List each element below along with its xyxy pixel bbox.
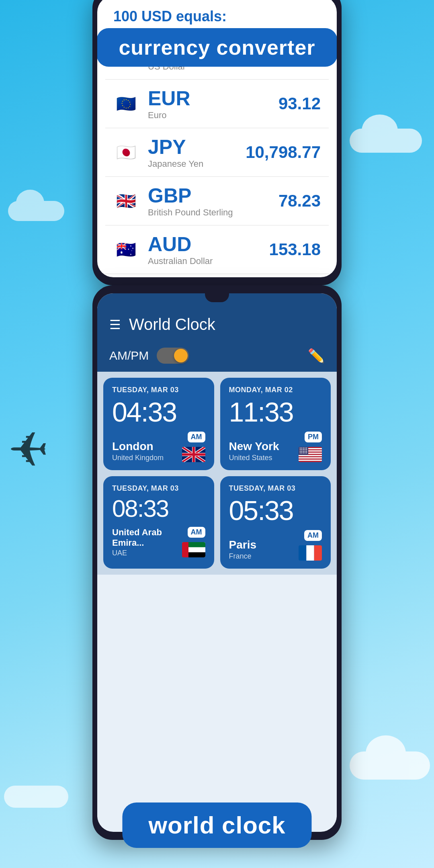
svg-point-25	[305, 449, 305, 450]
currency-row-jpy[interactable]: 🇯🇵 JPY Japanese Yen 10,798.77	[105, 128, 329, 177]
menu-icon[interactable]: ☰	[109, 317, 121, 332]
paris-bottom: Paris France AM	[229, 530, 322, 561]
uae-city: United Arab Emira...	[112, 527, 182, 548]
cloud-decoration	[350, 129, 422, 153]
phone-notch	[205, 293, 229, 302]
eur-info: EUR Euro	[148, 87, 278, 121]
svg-rect-13	[299, 455, 322, 456]
svg-point-20	[305, 448, 305, 448]
london-ampm: AM	[188, 432, 205, 442]
aud-value: 153.18	[269, 240, 321, 259]
ampm-label: AM/PM	[109, 349, 149, 362]
uae-country: UAE	[112, 549, 182, 557]
london-city-info: London United Kingdom	[112, 440, 164, 462]
clock-card-london[interactable]: TUESDAY, MAR 03 04:33 London United King…	[103, 378, 214, 470]
london-city: London	[112, 440, 164, 453]
paris-time: 05:33	[229, 497, 322, 524]
cloud-decoration	[8, 201, 64, 221]
currency-badge-label: currency converter	[119, 36, 315, 59]
newyork-ampm: PM	[305, 432, 322, 442]
clock-card-newyork[interactable]: MONDAY, MAR 02 11:33 New York United Sta…	[220, 378, 331, 470]
newyork-time: 11:33	[229, 398, 322, 426]
currency-row-gbp[interactable]: 🇬🇧 GBP British Pound Sterling 78.23	[105, 177, 329, 225]
london-date: TUESDAY, MAR 03	[112, 386, 205, 394]
uae-flag-container: AM	[182, 527, 205, 557]
eur-name: Euro	[148, 110, 278, 121]
world-clock-screen: ☰ World Clock AM/PM ✏️ TUESDAY, MAR 03 0…	[97, 293, 337, 832]
france-flag-icon	[299, 545, 322, 561]
toggle-thumb	[174, 349, 188, 362]
currency-row-cad[interactable]: 🇨🇦 CAD Canadian Dollar 133.35	[105, 274, 329, 277]
uae-flag-icon	[182, 542, 205, 557]
jpy-flag: 🇯🇵	[113, 139, 139, 165]
svg-point-17	[300, 448, 301, 448]
jpy-code: JPY	[148, 135, 246, 159]
svg-point-18	[301, 448, 302, 448]
uae-city-info: United Arab Emira... UAE	[112, 527, 182, 557]
london-country: United Kingdom	[112, 454, 164, 462]
gbp-code: GBP	[148, 184, 278, 207]
svg-point-30	[305, 451, 305, 452]
currency-header-text: 100 USD equals:	[113, 8, 227, 25]
jpy-value: 10,798.77	[246, 143, 321, 162]
svg-rect-40	[182, 542, 188, 557]
svg-rect-14	[299, 457, 322, 459]
eur-flag: 🇪🇺	[113, 91, 139, 117]
aud-flag: 🇦🇺	[113, 237, 139, 262]
aud-code: AUD	[148, 233, 269, 256]
cloud-decoration	[350, 751, 430, 780]
svg-rect-15	[299, 460, 322, 461]
eur-code: EUR	[148, 87, 278, 110]
newyork-flag-container: PM	[299, 432, 322, 462]
svg-rect-8	[192, 447, 195, 462]
aud-name: Australian Dollar	[148, 256, 269, 266]
paris-date: TUESDAY, MAR 03	[229, 484, 322, 493]
svg-point-32	[300, 452, 301, 453]
paris-country: France	[229, 552, 257, 561]
london-bottom: London United Kingdom AM	[112, 432, 205, 462]
currency-phone-screen: currency converter 100 USD equals: 🇺🇸 US…	[97, 0, 337, 277]
uae-time: 08:33	[112, 497, 205, 521]
paris-city: Paris	[229, 538, 257, 551]
svg-point-19	[303, 448, 304, 448]
paris-flag-container: AM	[299, 530, 322, 561]
currency-row-eur[interactable]: 🇪🇺 EUR Euro 93.12	[105, 80, 329, 128]
cloud-decoration	[4, 786, 68, 808]
newyork-country: United States	[229, 454, 279, 462]
currency-row-aud[interactable]: 🇦🇺 AUD Australian Dollar 153.18	[105, 225, 329, 274]
aud-info: AUD Australian Dollar	[148, 233, 269, 266]
world-clock-badge-label: world clock	[148, 812, 285, 839]
svg-point-27	[300, 451, 301, 452]
svg-point-29	[303, 451, 304, 452]
jpy-name: Japanese Yen	[148, 159, 246, 169]
svg-point-23	[301, 449, 302, 450]
ampm-toggle[interactable]	[157, 348, 189, 364]
svg-point-34	[303, 452, 304, 453]
airplane-decoration: ✈	[8, 422, 49, 478]
paris-city-info: Paris France	[229, 538, 257, 561]
london-time: 04:33	[112, 398, 205, 426]
svg-rect-42	[306, 545, 314, 561]
clock-app-title: World Clock	[129, 315, 325, 334]
clock-card-paris[interactable]: TUESDAY, MAR 03 05:33 Paris France AM	[220, 476, 331, 569]
edit-icon[interactable]: ✏️	[308, 348, 325, 364]
svg-point-24	[303, 449, 304, 450]
eur-value: 93.12	[278, 94, 321, 113]
svg-point-28	[301, 451, 302, 452]
us-flag-icon	[299, 447, 322, 462]
gbp-info: GBP British Pound Sterling	[148, 184, 278, 218]
svg-point-26	[306, 449, 307, 450]
jpy-info: JPY Japanese Yen	[148, 135, 246, 169]
newyork-city-info: New York United States	[229, 440, 279, 462]
svg-point-35	[305, 452, 305, 453]
newyork-city: New York	[229, 440, 279, 453]
currency-list: 🇺🇸 USD US Dollar 100 🇪🇺 EUR Euro 93.12 🇯…	[97, 31, 337, 277]
ampm-row: AM/PM ✏️	[97, 342, 337, 372]
uk-flag-icon	[182, 447, 205, 462]
currency-phone: currency converter 100 USD equals: 🇺🇸 US…	[92, 0, 342, 285]
currency-header: 100 USD equals:	[97, 0, 337, 31]
svg-rect-41	[299, 545, 306, 561]
clock-card-uae[interactable]: TUESDAY, MAR 03 08:33 United Arab Emira.…	[103, 476, 214, 569]
gbp-flag: 🇬🇧	[113, 188, 139, 214]
world-clock-badge: world clock	[122, 802, 311, 848]
